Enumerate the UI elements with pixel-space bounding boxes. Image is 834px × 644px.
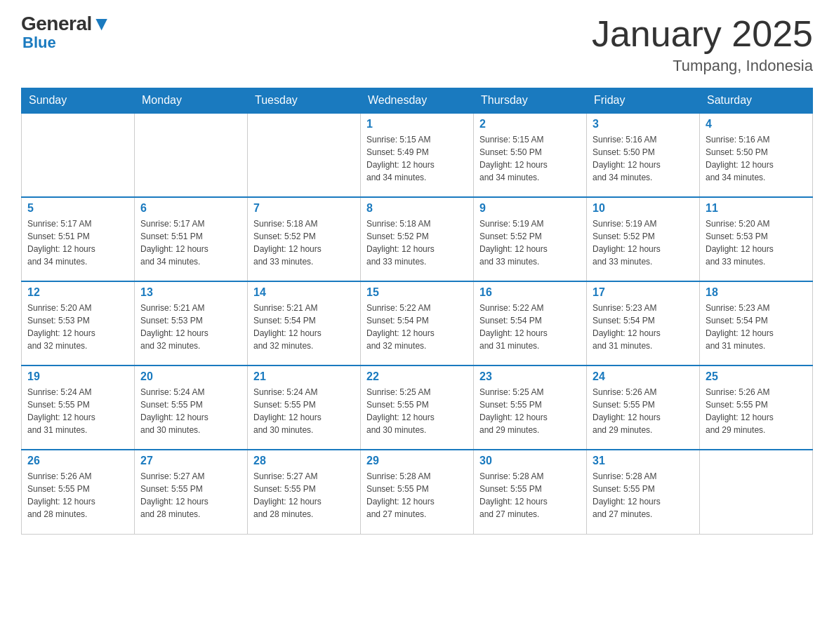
day-info: Sunrise: 5:22 AMSunset: 5:54 PMDaylight:…	[366, 302, 468, 352]
day-info: Sunrise: 5:16 AMSunset: 5:50 PMDaylight:…	[706, 133, 807, 184]
day-number: 2	[479, 118, 581, 130]
day-info: Sunrise: 5:19 AMSunset: 5:52 PMDaylight:…	[593, 217, 694, 268]
day-number: 10	[593, 202, 694, 215]
day-info: Sunrise: 5:19 AMSunset: 5:52 PMDaylight:…	[479, 217, 581, 268]
day-number: 14	[253, 286, 355, 299]
table-row: 24Sunrise: 5:26 AMSunset: 5:55 PMDayligh…	[587, 365, 700, 450]
day-number: 17	[593, 286, 694, 299]
day-info: Sunrise: 5:24 AMSunset: 5:55 PMDaylight:…	[27, 386, 128, 436]
calendar-header-row: Sunday Monday Tuesday Wednesday Thursday…	[22, 88, 813, 114]
col-friday: Friday	[587, 88, 700, 114]
table-row	[135, 113, 248, 197]
day-number: 20	[140, 370, 241, 383]
table-row: 14Sunrise: 5:21 AMSunset: 5:54 PMDayligh…	[248, 281, 361, 365]
day-info: Sunrise: 5:16 AMSunset: 5:50 PMDaylight:…	[593, 133, 694, 184]
calendar-week-row: 12Sunrise: 5:20 AMSunset: 5:53 PMDayligh…	[22, 281, 813, 365]
table-row	[700, 450, 813, 534]
table-row: 21Sunrise: 5:24 AMSunset: 5:55 PMDayligh…	[248, 365, 361, 450]
table-row: 4Sunrise: 5:16 AMSunset: 5:50 PMDaylight…	[700, 113, 813, 197]
table-row: 27Sunrise: 5:27 AMSunset: 5:55 PMDayligh…	[135, 450, 248, 534]
day-number: 25	[706, 370, 807, 383]
day-info: Sunrise: 5:25 AMSunset: 5:55 PMDaylight:…	[479, 386, 581, 436]
col-saturday: Saturday	[700, 88, 813, 114]
table-row: 20Sunrise: 5:24 AMSunset: 5:55 PMDayligh…	[135, 365, 248, 450]
day-number: 26	[27, 455, 128, 467]
day-number: 3	[593, 118, 694, 130]
logo-blue: Blue	[22, 35, 56, 51]
day-number: 5	[27, 202, 128, 215]
calendar-week-row: 19Sunrise: 5:24 AMSunset: 5:55 PMDayligh…	[22, 365, 813, 450]
table-row: 12Sunrise: 5:20 AMSunset: 5:53 PMDayligh…	[22, 281, 135, 365]
title-area: January 2025 Tumpang, Indonesia	[592, 14, 813, 75]
day-number: 8	[366, 202, 468, 215]
table-row: 3Sunrise: 5:16 AMSunset: 5:50 PMDaylight…	[587, 113, 700, 197]
logo: General▼ Blue	[21, 14, 111, 51]
table-row: 6Sunrise: 5:17 AMSunset: 5:51 PMDaylight…	[135, 197, 248, 281]
day-info: Sunrise: 5:18 AMSunset: 5:52 PMDaylight:…	[253, 217, 355, 268]
table-row: 25Sunrise: 5:26 AMSunset: 5:55 PMDayligh…	[700, 365, 813, 450]
day-number: 27	[140, 455, 241, 467]
table-row: 23Sunrise: 5:25 AMSunset: 5:55 PMDayligh…	[474, 365, 587, 450]
table-row	[248, 113, 361, 197]
col-thursday: Thursday	[474, 88, 587, 114]
calendar-week-row: 5Sunrise: 5:17 AMSunset: 5:51 PMDaylight…	[22, 197, 813, 281]
month-title: January 2025	[592, 14, 813, 54]
day-number: 23	[479, 370, 581, 383]
table-row: 18Sunrise: 5:23 AMSunset: 5:54 PMDayligh…	[700, 281, 813, 365]
day-number: 21	[253, 370, 355, 383]
table-row: 30Sunrise: 5:28 AMSunset: 5:55 PMDayligh…	[474, 450, 587, 534]
day-info: Sunrise: 5:17 AMSunset: 5:51 PMDaylight:…	[140, 217, 241, 268]
day-info: Sunrise: 5:24 AMSunset: 5:55 PMDaylight:…	[253, 386, 355, 436]
location: Tumpang, Indonesia	[592, 57, 813, 75]
day-number: 30	[479, 455, 581, 467]
day-info: Sunrise: 5:24 AMSunset: 5:55 PMDaylight:…	[140, 386, 241, 436]
table-row: 29Sunrise: 5:28 AMSunset: 5:55 PMDayligh…	[361, 450, 474, 534]
day-info: Sunrise: 5:23 AMSunset: 5:54 PMDaylight:…	[593, 302, 694, 352]
day-info: Sunrise: 5:28 AMSunset: 5:55 PMDaylight:…	[479, 470, 581, 521]
logo-general: General▼	[21, 14, 111, 34]
table-row: 11Sunrise: 5:20 AMSunset: 5:53 PMDayligh…	[700, 197, 813, 281]
calendar-week-row: 26Sunrise: 5:26 AMSunset: 5:55 PMDayligh…	[22, 450, 813, 534]
calendar-table: Sunday Monday Tuesday Wednesday Thursday…	[21, 88, 813, 535]
day-info: Sunrise: 5:20 AMSunset: 5:53 PMDaylight:…	[706, 217, 807, 268]
day-number: 24	[593, 370, 694, 383]
page-header: General▼ Blue January 2025 Tumpang, Indo…	[21, 14, 813, 75]
day-number: 13	[140, 286, 241, 299]
day-info: Sunrise: 5:23 AMSunset: 5:54 PMDaylight:…	[706, 302, 807, 352]
table-row: 22Sunrise: 5:25 AMSunset: 5:55 PMDayligh…	[361, 365, 474, 450]
day-number: 18	[706, 286, 807, 299]
day-info: Sunrise: 5:15 AMSunset: 5:49 PMDaylight:…	[366, 133, 468, 184]
table-row: 31Sunrise: 5:28 AMSunset: 5:55 PMDayligh…	[587, 450, 700, 534]
day-info: Sunrise: 5:26 AMSunset: 5:55 PMDaylight:…	[706, 386, 807, 436]
day-info: Sunrise: 5:18 AMSunset: 5:52 PMDaylight:…	[366, 217, 468, 268]
day-number: 28	[253, 455, 355, 467]
day-number: 6	[140, 202, 241, 215]
day-number: 4	[706, 118, 807, 130]
logo-triangle-icon: ▼	[92, 13, 111, 34]
table-row: 13Sunrise: 5:21 AMSunset: 5:53 PMDayligh…	[135, 281, 248, 365]
day-number: 29	[366, 455, 468, 467]
day-info: Sunrise: 5:27 AMSunset: 5:55 PMDaylight:…	[253, 470, 355, 521]
day-info: Sunrise: 5:26 AMSunset: 5:55 PMDaylight:…	[593, 386, 694, 436]
day-number: 9	[479, 202, 581, 215]
table-row: 15Sunrise: 5:22 AMSunset: 5:54 PMDayligh…	[361, 281, 474, 365]
day-info: Sunrise: 5:28 AMSunset: 5:55 PMDaylight:…	[593, 470, 694, 521]
table-row: 1Sunrise: 5:15 AMSunset: 5:49 PMDaylight…	[361, 113, 474, 197]
day-number: 11	[706, 202, 807, 215]
table-row: 7Sunrise: 5:18 AMSunset: 5:52 PMDaylight…	[248, 197, 361, 281]
table-row	[22, 113, 135, 197]
table-row: 26Sunrise: 5:26 AMSunset: 5:55 PMDayligh…	[22, 450, 135, 534]
day-info: Sunrise: 5:28 AMSunset: 5:55 PMDaylight:…	[366, 470, 468, 521]
day-info: Sunrise: 5:27 AMSunset: 5:55 PMDaylight:…	[140, 470, 241, 521]
day-number: 15	[366, 286, 468, 299]
day-number: 19	[27, 370, 128, 383]
day-info: Sunrise: 5:22 AMSunset: 5:54 PMDaylight:…	[479, 302, 581, 352]
table-row: 10Sunrise: 5:19 AMSunset: 5:52 PMDayligh…	[587, 197, 700, 281]
table-row: 19Sunrise: 5:24 AMSunset: 5:55 PMDayligh…	[22, 365, 135, 450]
calendar-week-row: 1Sunrise: 5:15 AMSunset: 5:49 PMDaylight…	[22, 113, 813, 197]
table-row: 9Sunrise: 5:19 AMSunset: 5:52 PMDaylight…	[474, 197, 587, 281]
col-sunday: Sunday	[22, 88, 135, 114]
day-info: Sunrise: 5:21 AMSunset: 5:54 PMDaylight:…	[253, 302, 355, 352]
table-row: 8Sunrise: 5:18 AMSunset: 5:52 PMDaylight…	[361, 197, 474, 281]
day-info: Sunrise: 5:15 AMSunset: 5:50 PMDaylight:…	[479, 133, 581, 184]
